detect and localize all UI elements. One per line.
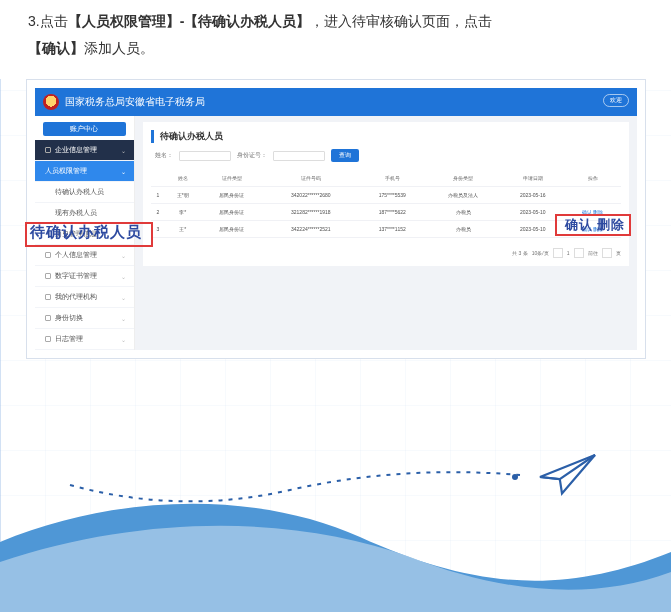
td: 2	[151, 204, 166, 221]
filter-label: 身份证号：	[237, 151, 267, 160]
chevron-down-icon: ⌄	[121, 273, 126, 280]
chevron-down-icon: ⌄	[121, 294, 126, 301]
chevron-down-icon: ⌄	[121, 252, 126, 259]
instr-t3: 【确认】	[28, 40, 84, 56]
emblem-icon	[43, 94, 59, 110]
td: 342224******2521	[263, 221, 358, 238]
table-row: 2 李* 居民身份证 321282******1918 187****5622 …	[151, 204, 621, 221]
nav-label: 身份切换	[55, 313, 83, 323]
th: 申请日期	[501, 170, 566, 187]
th: 身份类型	[426, 170, 500, 187]
td: 居民身份证	[200, 221, 263, 238]
sidebar-item-active[interactable]: 人员权限管理⌄	[35, 161, 134, 182]
td: 王*	[165, 221, 200, 238]
td: 137****1152	[358, 221, 426, 238]
sidebar-item[interactable]: 企业信息管理⌄	[35, 140, 134, 161]
menu-icon	[45, 294, 51, 300]
sidebar-item[interactable]: 日志管理⌄	[35, 329, 134, 350]
th: 证件类型	[200, 170, 263, 187]
app-title: 国家税务总局安徽省电子税务局	[65, 95, 205, 109]
instr-t2: ，进入待审核确认页面，点击	[310, 13, 492, 29]
menu-icon	[45, 315, 51, 321]
name-input[interactable]	[179, 151, 231, 161]
td: 办税员	[426, 221, 500, 238]
step-number: 3.	[28, 13, 40, 29]
th: 手机号	[358, 170, 426, 187]
wave-decoration	[0, 482, 671, 612]
menu-icon	[45, 336, 51, 342]
nav-label: 人员权限管理	[45, 166, 87, 176]
td: 居民身份证	[200, 204, 263, 221]
filter-bar: 姓名： 身份证号： 查询	[155, 149, 621, 162]
td: 175****5539	[358, 187, 426, 204]
td: 王*明	[165, 187, 200, 204]
td: 办税员及法人	[426, 187, 500, 204]
menu-icon	[45, 273, 51, 279]
table-row: 1 王*明 居民身份证 342022******2680 175****5539…	[151, 187, 621, 204]
chevron-down-icon: ⌄	[121, 168, 126, 175]
menu-icon	[45, 147, 51, 153]
td: 321282******1918	[263, 204, 358, 221]
th: 姓名	[165, 170, 200, 187]
td: 2023-05-16	[501, 187, 566, 204]
nav-label: 现有办税人员	[55, 208, 97, 218]
pager-total: 共 3 条	[512, 250, 528, 256]
sidebar-item[interactable]: 我的代理机构⌄	[35, 287, 134, 308]
chevron-down-icon: ⌄	[121, 315, 126, 322]
pager-perpage[interactable]: 10条/页	[532, 250, 549, 256]
pager-jump-input[interactable]	[602, 248, 612, 258]
chevron-down-icon: ⌄	[121, 336, 126, 343]
nav-label: 日志管理	[55, 334, 83, 344]
user-badge[interactable]: 欢迎	[603, 94, 629, 107]
instr-t0: 点击	[40, 13, 68, 29]
nav-label: 我的代理机构	[55, 292, 97, 302]
screenshot-frame: 国家税务总局安徽省电子税务局 欢迎 账户中心 企业信息管理⌄ 人员权限管理⌄ 待…	[26, 79, 646, 359]
sidebar-item[interactable]: 身份切换⌄	[35, 308, 134, 329]
menu-icon	[45, 252, 51, 258]
sidebar-subitem[interactable]: 待确认办税人员	[35, 182, 134, 203]
td: 居民身份证	[200, 187, 263, 204]
th	[151, 170, 166, 187]
td: 李*	[165, 204, 200, 221]
app-header: 国家税务总局安徽省电子税务局 欢迎	[35, 88, 637, 116]
td: 办税员	[426, 204, 500, 221]
th: 操作	[565, 170, 620, 187]
sidebar-item[interactable]: 个人信息管理⌄	[35, 245, 134, 266]
instr-t1: 【人员权限管理】-【待确认办税人员】	[68, 13, 311, 29]
pager-next[interactable]	[574, 248, 584, 258]
row-actions[interactable]	[565, 187, 620, 204]
pager-current: 1	[567, 250, 570, 256]
nav-label: 待确认办税人员	[55, 187, 104, 197]
nav-label: 企业信息管理	[55, 145, 97, 155]
td: 342022******2680	[263, 187, 358, 204]
idno-input[interactable]	[273, 151, 325, 161]
svg-point-0	[512, 474, 518, 480]
sidebar-item[interactable]: 数字证书管理⌄	[35, 266, 134, 287]
pager-jump-label: 前往	[588, 250, 598, 256]
nav-label: 数字证书管理	[55, 271, 97, 281]
pagination: 共 3 条 10条/页 1 前往 页	[151, 248, 621, 258]
callout-box-left	[25, 222, 153, 247]
results-table: 姓名 证件类型 证件号码 手机号 身份类型 申请日期 操作 1 王*明	[151, 170, 621, 238]
search-button[interactable]: 查询	[331, 149, 359, 162]
table-row: 3 王* 居民身份证 342224******2521 137****1152 …	[151, 221, 621, 238]
callout-box-right	[555, 214, 631, 236]
filter-label: 姓名：	[155, 151, 173, 160]
instruction-paragraph: 3.点击【人员权限管理】-【待确认办税人员】，进入待审核确认页面，点击【确认】添…	[0, 0, 671, 79]
pager-jump-suffix: 页	[616, 250, 621, 256]
th: 证件号码	[263, 170, 358, 187]
instr-t4: 添加人员。	[84, 40, 154, 56]
page-title: 待确认办税人员	[151, 130, 621, 143]
sidebar-tab[interactable]: 账户中心	[43, 122, 126, 136]
pager-prev[interactable]	[553, 248, 563, 258]
nav-label: 个人信息管理	[55, 250, 97, 260]
td: 187****5622	[358, 204, 426, 221]
td: 1	[151, 187, 166, 204]
chevron-down-icon: ⌄	[121, 147, 126, 154]
